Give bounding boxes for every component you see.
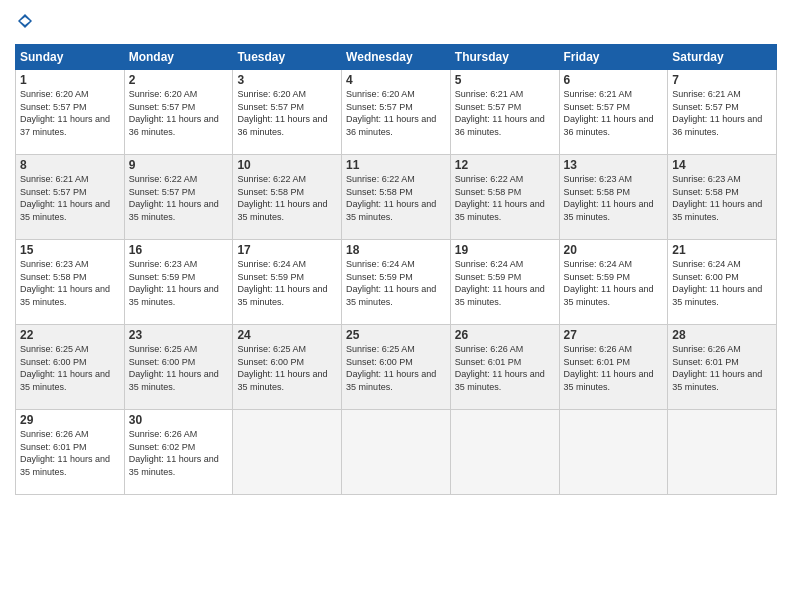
day-info: Sunrise: 6:20 AMSunset: 5:57 PMDaylight:… <box>20 88 120 138</box>
day-info: Sunrise: 6:21 AMSunset: 5:57 PMDaylight:… <box>20 173 120 223</box>
day-number: 2 <box>129 73 229 87</box>
calendar-cell: 10Sunrise: 6:22 AMSunset: 5:58 PMDayligh… <box>233 155 342 240</box>
day-number: 22 <box>20 328 120 342</box>
day-info: Sunrise: 6:24 AMSunset: 5:59 PMDaylight:… <box>346 258 446 308</box>
day-info: Sunrise: 6:20 AMSunset: 5:57 PMDaylight:… <box>346 88 446 138</box>
day-number: 16 <box>129 243 229 257</box>
day-info: Sunrise: 6:26 AMSunset: 6:01 PMDaylight:… <box>672 343 772 393</box>
header-day: Saturday <box>668 45 777 70</box>
day-info: Sunrise: 6:22 AMSunset: 5:58 PMDaylight:… <box>346 173 446 223</box>
calendar: SundayMondayTuesdayWednesdayThursdayFrid… <box>15 44 777 495</box>
header-day: Sunday <box>16 45 125 70</box>
day-info: Sunrise: 6:24 AMSunset: 5:59 PMDaylight:… <box>455 258 555 308</box>
calendar-cell: 8Sunrise: 6:21 AMSunset: 5:57 PMDaylight… <box>16 155 125 240</box>
day-number: 17 <box>237 243 337 257</box>
day-number: 24 <box>237 328 337 342</box>
week-row: 8Sunrise: 6:21 AMSunset: 5:57 PMDaylight… <box>16 155 777 240</box>
day-info: Sunrise: 6:26 AMSunset: 6:01 PMDaylight:… <box>564 343 664 393</box>
header-day: Thursday <box>450 45 559 70</box>
logo-text <box>15 10 35 36</box>
day-number: 8 <box>20 158 120 172</box>
header <box>15 10 777 36</box>
calendar-cell: 21Sunrise: 6:24 AMSunset: 6:00 PMDayligh… <box>668 240 777 325</box>
calendar-cell: 19Sunrise: 6:24 AMSunset: 5:59 PMDayligh… <box>450 240 559 325</box>
day-number: 15 <box>20 243 120 257</box>
week-row: 22Sunrise: 6:25 AMSunset: 6:00 PMDayligh… <box>16 325 777 410</box>
header-day: Monday <box>124 45 233 70</box>
calendar-cell: 11Sunrise: 6:22 AMSunset: 5:58 PMDayligh… <box>342 155 451 240</box>
calendar-cell: 18Sunrise: 6:24 AMSunset: 5:59 PMDayligh… <box>342 240 451 325</box>
day-info: Sunrise: 6:21 AMSunset: 5:57 PMDaylight:… <box>564 88 664 138</box>
day-number: 7 <box>672 73 772 87</box>
day-info: Sunrise: 6:24 AMSunset: 5:59 PMDaylight:… <box>237 258 337 308</box>
day-number: 5 <box>455 73 555 87</box>
day-number: 12 <box>455 158 555 172</box>
day-number: 20 <box>564 243 664 257</box>
day-info: Sunrise: 6:21 AMSunset: 5:57 PMDaylight:… <box>455 88 555 138</box>
day-info: Sunrise: 6:24 AMSunset: 6:00 PMDaylight:… <box>672 258 772 308</box>
page: SundayMondayTuesdayWednesdayThursdayFrid… <box>0 0 792 612</box>
calendar-cell: 3Sunrise: 6:20 AMSunset: 5:57 PMDaylight… <box>233 70 342 155</box>
calendar-cell: 13Sunrise: 6:23 AMSunset: 5:58 PMDayligh… <box>559 155 668 240</box>
calendar-cell: 29Sunrise: 6:26 AMSunset: 6:01 PMDayligh… <box>16 410 125 495</box>
day-info: Sunrise: 6:22 AMSunset: 5:57 PMDaylight:… <box>129 173 229 223</box>
day-number: 9 <box>129 158 229 172</box>
calendar-cell <box>668 410 777 495</box>
calendar-cell <box>559 410 668 495</box>
week-row: 15Sunrise: 6:23 AMSunset: 5:58 PMDayligh… <box>16 240 777 325</box>
day-info: Sunrise: 6:23 AMSunset: 5:58 PMDaylight:… <box>20 258 120 308</box>
calendar-cell: 23Sunrise: 6:25 AMSunset: 6:00 PMDayligh… <box>124 325 233 410</box>
day-info: Sunrise: 6:23 AMSunset: 5:58 PMDaylight:… <box>672 173 772 223</box>
calendar-cell: 26Sunrise: 6:26 AMSunset: 6:01 PMDayligh… <box>450 325 559 410</box>
day-number: 19 <box>455 243 555 257</box>
calendar-cell: 9Sunrise: 6:22 AMSunset: 5:57 PMDaylight… <box>124 155 233 240</box>
day-number: 3 <box>237 73 337 87</box>
logo <box>15 10 35 36</box>
day-number: 26 <box>455 328 555 342</box>
calendar-cell: 16Sunrise: 6:23 AMSunset: 5:59 PMDayligh… <box>124 240 233 325</box>
day-number: 14 <box>672 158 772 172</box>
calendar-cell: 2Sunrise: 6:20 AMSunset: 5:57 PMDaylight… <box>124 70 233 155</box>
calendar-cell <box>450 410 559 495</box>
calendar-cell: 12Sunrise: 6:22 AMSunset: 5:58 PMDayligh… <box>450 155 559 240</box>
day-info: Sunrise: 6:23 AMSunset: 5:58 PMDaylight:… <box>564 173 664 223</box>
calendar-cell: 15Sunrise: 6:23 AMSunset: 5:58 PMDayligh… <box>16 240 125 325</box>
day-number: 30 <box>129 413 229 427</box>
calendar-cell: 1Sunrise: 6:20 AMSunset: 5:57 PMDaylight… <box>16 70 125 155</box>
day-info: Sunrise: 6:25 AMSunset: 6:00 PMDaylight:… <box>20 343 120 393</box>
day-number: 1 <box>20 73 120 87</box>
calendar-cell: 5Sunrise: 6:21 AMSunset: 5:57 PMDaylight… <box>450 70 559 155</box>
calendar-cell: 14Sunrise: 6:23 AMSunset: 5:58 PMDayligh… <box>668 155 777 240</box>
day-number: 27 <box>564 328 664 342</box>
day-number: 29 <box>20 413 120 427</box>
week-row: 29Sunrise: 6:26 AMSunset: 6:01 PMDayligh… <box>16 410 777 495</box>
day-info: Sunrise: 6:26 AMSunset: 6:02 PMDaylight:… <box>129 428 229 478</box>
calendar-cell <box>233 410 342 495</box>
calendar-cell: 28Sunrise: 6:26 AMSunset: 6:01 PMDayligh… <box>668 325 777 410</box>
calendar-cell: 24Sunrise: 6:25 AMSunset: 6:00 PMDayligh… <box>233 325 342 410</box>
day-number: 4 <box>346 73 446 87</box>
calendar-cell: 25Sunrise: 6:25 AMSunset: 6:00 PMDayligh… <box>342 325 451 410</box>
day-info: Sunrise: 6:24 AMSunset: 5:59 PMDaylight:… <box>564 258 664 308</box>
logo-icon <box>16 12 34 30</box>
day-info: Sunrise: 6:25 AMSunset: 6:00 PMDaylight:… <box>346 343 446 393</box>
day-info: Sunrise: 6:25 AMSunset: 6:00 PMDaylight:… <box>129 343 229 393</box>
day-info: Sunrise: 6:23 AMSunset: 5:59 PMDaylight:… <box>129 258 229 308</box>
day-number: 11 <box>346 158 446 172</box>
day-info: Sunrise: 6:21 AMSunset: 5:57 PMDaylight:… <box>672 88 772 138</box>
day-number: 10 <box>237 158 337 172</box>
day-info: Sunrise: 6:25 AMSunset: 6:00 PMDaylight:… <box>237 343 337 393</box>
day-info: Sunrise: 6:22 AMSunset: 5:58 PMDaylight:… <box>455 173 555 223</box>
day-info: Sunrise: 6:20 AMSunset: 5:57 PMDaylight:… <box>237 88 337 138</box>
header-row: SundayMondayTuesdayWednesdayThursdayFrid… <box>16 45 777 70</box>
week-row: 1Sunrise: 6:20 AMSunset: 5:57 PMDaylight… <box>16 70 777 155</box>
calendar-cell: 22Sunrise: 6:25 AMSunset: 6:00 PMDayligh… <box>16 325 125 410</box>
calendar-cell: 17Sunrise: 6:24 AMSunset: 5:59 PMDayligh… <box>233 240 342 325</box>
day-number: 21 <box>672 243 772 257</box>
day-info: Sunrise: 6:22 AMSunset: 5:58 PMDaylight:… <box>237 173 337 223</box>
day-info: Sunrise: 6:26 AMSunset: 6:01 PMDaylight:… <box>455 343 555 393</box>
day-number: 6 <box>564 73 664 87</box>
header-day: Friday <box>559 45 668 70</box>
day-number: 13 <box>564 158 664 172</box>
day-number: 25 <box>346 328 446 342</box>
